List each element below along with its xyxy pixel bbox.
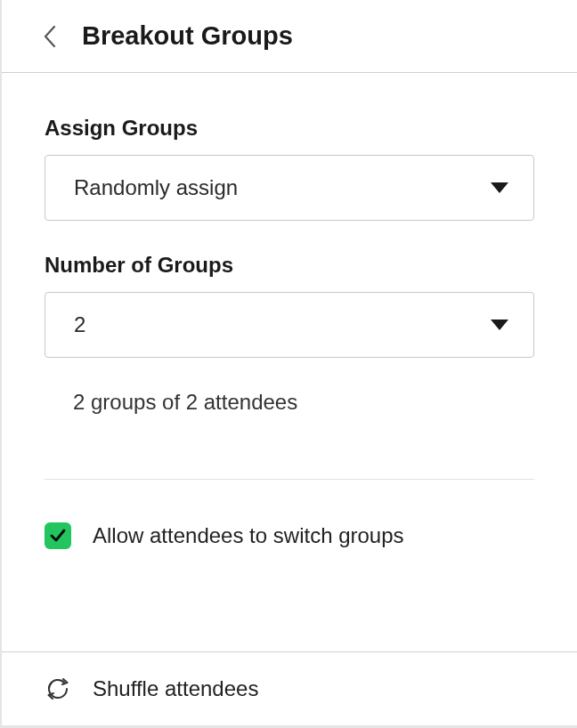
check-icon <box>50 529 66 543</box>
number-of-groups-field: Number of Groups 2 <box>45 253 534 358</box>
back-button[interactable] <box>43 24 57 49</box>
divider <box>45 479 534 480</box>
caret-down-icon <box>491 182 508 193</box>
number-of-groups-select[interactable]: 2 <box>45 292 534 358</box>
assign-groups-select[interactable]: Randomly assign <box>45 155 534 221</box>
assign-groups-value: Randomly assign <box>74 175 238 200</box>
panel-container: Breakout Groups Assign Groups Randomly a… <box>0 0 577 728</box>
number-of-groups-value: 2 <box>74 312 85 337</box>
number-of-groups-label: Number of Groups <box>45 253 534 278</box>
page-title: Breakout Groups <box>82 21 293 51</box>
shuffle-attendees-button[interactable]: Shuffle attendees <box>2 651 577 728</box>
refresh-icon <box>45 675 71 702</box>
allow-switch-checkbox <box>45 522 71 549</box>
chevron-left-icon <box>43 24 57 49</box>
allow-switch-checkbox-row[interactable]: Allow attendees to switch groups <box>45 522 534 549</box>
caret-down-icon <box>491 320 508 330</box>
shuffle-label: Shuffle attendees <box>93 676 258 701</box>
groups-summary-text: 2 groups of 2 attendees <box>45 390 534 415</box>
allow-switch-label: Allow attendees to switch groups <box>93 523 404 548</box>
assign-groups-field: Assign Groups Randomly assign <box>45 116 534 221</box>
assign-groups-label: Assign Groups <box>45 116 534 141</box>
panel-content: Assign Groups Randomly assign Number of … <box>2 73 577 651</box>
panel-header: Breakout Groups <box>2 0 577 73</box>
